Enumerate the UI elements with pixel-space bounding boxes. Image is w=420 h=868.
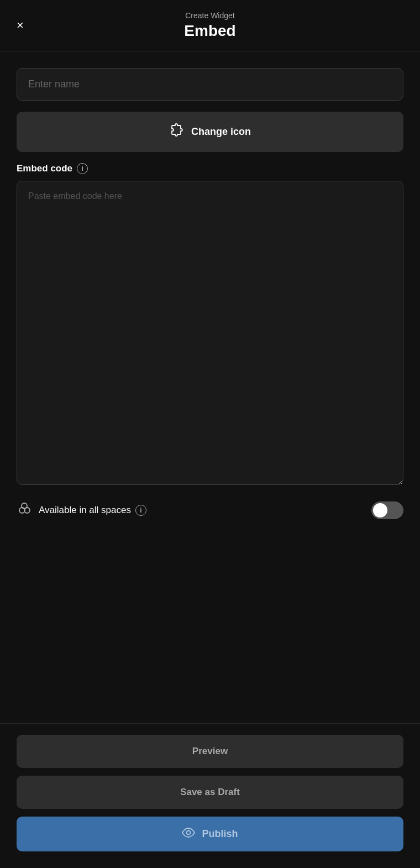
toggle-track[interactable] <box>371 501 403 519</box>
publish-button[interactable]: Publish <box>17 817 403 851</box>
form-content: Change icon Embed code i Available in al… <box>0 51 420 723</box>
spaces-icon <box>17 501 32 519</box>
svg-point-3 <box>187 831 191 835</box>
eye-icon <box>182 828 195 840</box>
spaces-info-icon[interactable]: i <box>135 505 146 516</box>
header-subtitle: Create Widget <box>185 11 234 20</box>
spaces-label: Available in all spaces i <box>39 505 365 516</box>
puzzle-icon <box>169 123 185 141</box>
footer: Preview Save as Draft Publish <box>0 723 420 868</box>
embed-code-info-icon[interactable]: i <box>77 163 88 174</box>
embed-code-label-text: Embed code <box>17 163 72 174</box>
change-icon-button[interactable]: Change icon <box>17 112 403 152</box>
header-title: Embed <box>184 22 235 40</box>
preview-button[interactable]: Preview <box>17 735 403 768</box>
available-in-all-spaces-row: Available in all spaces i <box>17 496 403 525</box>
modal-header: × Create Widget Embed <box>0 0 420 51</box>
toggle-thumb <box>373 503 387 517</box>
embed-code-section: Embed code i <box>17 163 403 485</box>
svg-point-2 <box>22 503 27 509</box>
available-in-all-spaces-toggle[interactable] <box>371 501 403 519</box>
embed-code-label-row: Embed code i <box>17 163 403 174</box>
close-button[interactable]: × <box>17 19 24 32</box>
change-icon-label: Change icon <box>191 126 251 138</box>
name-input[interactable] <box>17 68 403 101</box>
embed-code-textarea[interactable] <box>17 181 403 485</box>
save-draft-button[interactable]: Save as Draft <box>17 776 403 809</box>
